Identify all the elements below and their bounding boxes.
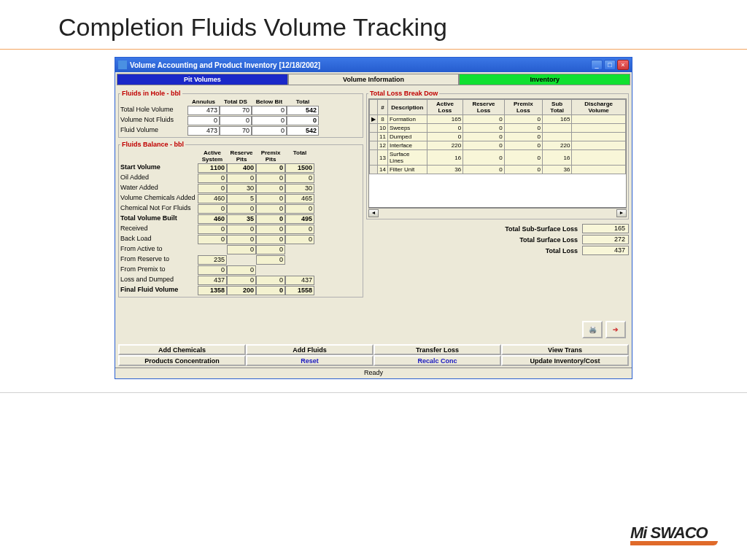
- loss-scroll-area[interactable]: # Description Active Loss Reserve Loss P…: [368, 98, 627, 208]
- minimize-button[interactable]: _: [591, 60, 603, 70]
- table-row[interactable]: 13Surface Lines160016: [370, 150, 626, 166]
- cell[interactable]: 0: [463, 141, 505, 150]
- close-button[interactable]: ×: [617, 60, 629, 70]
- exit-button[interactable]: ➔: [605, 321, 626, 338]
- cell[interactable]: 11: [378, 133, 388, 141]
- cell[interactable]: 0: [256, 225, 285, 234]
- row-selector[interactable]: [370, 141, 378, 150]
- table-row[interactable]: 10Sweeps000: [370, 124, 626, 133]
- cell[interactable]: 8: [378, 115, 388, 124]
- horizontal-scrollbar[interactable]: ◄ ►: [368, 208, 627, 217]
- cell[interactable]: 16: [542, 150, 571, 166]
- cell[interactable]: 220: [542, 141, 571, 150]
- cell[interactable]: 0: [198, 235, 227, 244]
- cell[interactable]: 0: [198, 204, 227, 214]
- tab-pit-volumes[interactable]: Pit Volumes: [117, 74, 288, 85]
- maximize-button[interactable]: □: [604, 60, 616, 70]
- cell[interactable]: 12: [378, 141, 388, 150]
- cell[interactable]: [572, 124, 626, 133]
- cell[interactable]: 0: [227, 276, 256, 285]
- cell[interactable]: [572, 141, 626, 150]
- cell[interactable]: Surface Lines: [387, 150, 427, 166]
- cell[interactable]: 0: [227, 204, 256, 214]
- cell[interactable]: 460: [198, 214, 227, 224]
- transfer-loss-button[interactable]: Transfer Loss: [374, 344, 501, 355]
- cell[interactable]: [572, 150, 626, 166]
- cell[interactable]: [572, 133, 626, 141]
- cell[interactable]: 0: [285, 235, 314, 244]
- tab-volume-information[interactable]: Volume Information: [288, 74, 460, 85]
- cell[interactable]: 0: [285, 174, 314, 183]
- cell[interactable]: 0: [427, 124, 462, 133]
- cell[interactable]: 0: [463, 115, 505, 124]
- cell[interactable]: 0: [504, 141, 542, 150]
- cell[interactable]: [572, 166, 626, 174]
- cell[interactable]: 30: [227, 184, 256, 193]
- cell[interactable]: 30: [285, 184, 314, 193]
- cell[interactable]: 13: [378, 150, 388, 166]
- cell[interactable]: 0: [463, 124, 505, 133]
- scroll-left-icon[interactable]: ◄: [368, 209, 379, 217]
- cell[interactable]: 36: [542, 166, 571, 174]
- cell[interactable]: 465: [285, 194, 314, 203]
- cell[interactable]: 0: [252, 126, 287, 136]
- cell[interactable]: 0: [198, 174, 227, 183]
- cell[interactable]: 0: [220, 116, 252, 125]
- cell[interactable]: 5: [227, 194, 256, 203]
- update-inventory-cost-button[interactable]: Update Inventory/Cost: [501, 355, 629, 366]
- cell[interactable]: 400: [227, 163, 256, 173]
- cell[interactable]: 0: [504, 124, 542, 133]
- cell[interactable]: 495: [285, 214, 314, 224]
- cell[interactable]: 0: [504, 133, 542, 141]
- row-selector[interactable]: [370, 124, 378, 133]
- add-fluids-button[interactable]: Add Fluids: [246, 344, 374, 355]
- cell[interactable]: 0: [252, 106, 287, 115]
- cell[interactable]: 0: [227, 245, 256, 254]
- row-selector[interactable]: [370, 133, 378, 141]
- view-trans-button[interactable]: View Trans: [501, 344, 629, 355]
- cell[interactable]: 16: [427, 150, 462, 166]
- cell[interactable]: 0: [187, 116, 220, 125]
- cell[interactable]: 0: [256, 276, 285, 285]
- cell[interactable]: 0: [256, 245, 285, 254]
- cell[interactable]: 0: [198, 225, 227, 234]
- row-selector[interactable]: ▶: [370, 115, 378, 124]
- cell[interactable]: 1358: [198, 286, 227, 295]
- cell[interactable]: Sweeps: [387, 124, 427, 133]
- cell[interactable]: Interface: [387, 141, 427, 150]
- cell[interactable]: 1100: [198, 163, 227, 173]
- cell[interactable]: 0: [198, 184, 227, 193]
- tab-inventory[interactable]: Inventory: [459, 74, 630, 85]
- cell[interactable]: 165: [542, 115, 571, 124]
- cell[interactable]: 14: [378, 166, 388, 174]
- cell[interactable]: 0: [504, 150, 542, 166]
- cell[interactable]: Formation: [387, 115, 427, 124]
- cell[interactable]: 0: [256, 235, 285, 244]
- cell[interactable]: 0: [256, 214, 285, 224]
- table-row[interactable]: ▶8Formation16500165: [370, 115, 626, 124]
- cell[interactable]: 437: [198, 276, 227, 285]
- cell[interactable]: Dumped: [387, 133, 427, 141]
- cell[interactable]: 0: [227, 235, 256, 244]
- scroll-right-icon[interactable]: ►: [616, 209, 627, 217]
- cell[interactable]: 437: [285, 276, 314, 285]
- add-chemicals-button[interactable]: Add Chemicals: [118, 344, 246, 355]
- cell[interactable]: 0: [256, 174, 285, 183]
- cell[interactable]: 0: [227, 225, 256, 234]
- reset-button[interactable]: Reset: [246, 355, 374, 366]
- cell[interactable]: 0: [252, 116, 287, 125]
- cell[interactable]: 0: [285, 204, 314, 214]
- cell[interactable]: 200: [227, 286, 256, 295]
- cell[interactable]: [542, 133, 571, 141]
- cell[interactable]: 0: [256, 255, 285, 265]
- row-selector[interactable]: [370, 150, 378, 166]
- cell[interactable]: 0: [227, 265, 256, 275]
- cell[interactable]: 0: [256, 194, 285, 203]
- cell[interactable]: 0: [285, 225, 314, 234]
- cell[interactable]: 473: [187, 126, 220, 136]
- cell[interactable]: 1558: [285, 286, 314, 295]
- cell[interactable]: 220: [427, 141, 462, 150]
- table-row[interactable]: 14Filter Unit360036: [370, 166, 626, 174]
- cell[interactable]: 0: [256, 286, 285, 295]
- cell[interactable]: 0: [504, 115, 542, 124]
